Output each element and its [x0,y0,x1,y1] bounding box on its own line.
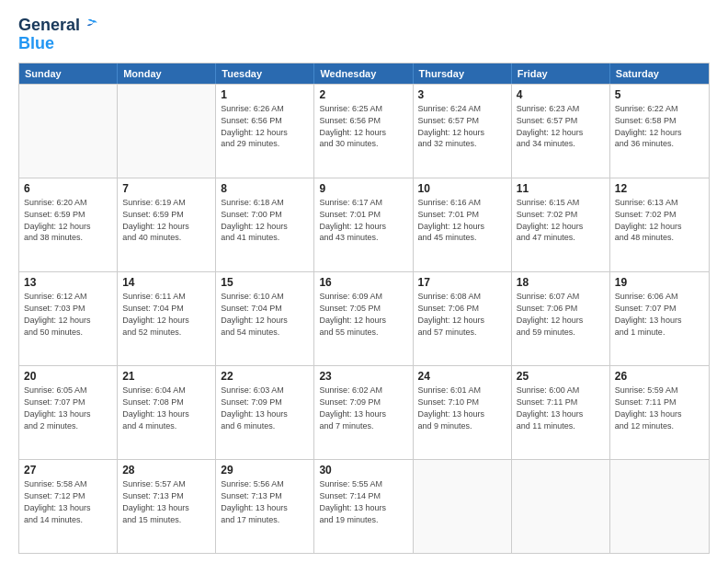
day-cell-10: 10Sunrise: 6:16 AM Sunset: 7:01 PM Dayli… [414,178,512,271]
day-header-tuesday: Tuesday [216,63,314,84]
day-number: 5 [615,87,704,102]
day-number: 13 [24,275,112,290]
day-number: 6 [24,181,112,196]
calendar-row-0: 1Sunrise: 6:26 AM Sunset: 6:56 PM Daylig… [19,84,709,178]
day-info: Sunrise: 6:20 AM Sunset: 6:59 PM Dayligh… [24,198,91,242]
day-info: Sunrise: 6:09 AM Sunset: 7:05 PM Dayligh… [319,292,386,336]
day-info: Sunrise: 6:06 AM Sunset: 7:07 PM Dayligh… [615,292,682,336]
day-number: 21 [122,369,210,384]
calendar-row-4: 27Sunrise: 5:58 AM Sunset: 7:12 PM Dayli… [19,459,709,553]
logo-text-blue: Blue [18,34,54,52]
day-info: Sunrise: 6:13 AM Sunset: 7:02 PM Dayligh… [615,198,682,242]
day-header-wednesday: Wednesday [314,63,413,84]
day-number: 17 [418,275,506,290]
day-cell-25: 25Sunrise: 6:00 AM Sunset: 7:11 PM Dayli… [512,366,610,459]
day-cell-29: 29Sunrise: 5:56 AM Sunset: 7:13 PM Dayli… [216,460,314,553]
day-number: 25 [517,369,605,384]
calendar: SundayMondayTuesdayWednesdayThursdayFrid… [18,63,710,554]
calendar-body: 1Sunrise: 6:26 AM Sunset: 6:56 PM Daylig… [19,84,709,553]
logo: General Blue [18,17,100,53]
day-cell-26: 26Sunrise: 5:59 AM Sunset: 7:11 PM Dayli… [610,366,709,459]
day-cell-8: 8Sunrise: 6:18 AM Sunset: 7:00 PM Daylig… [216,178,314,271]
day-info: Sunrise: 6:00 AM Sunset: 7:11 PM Dayligh… [517,385,584,430]
day-number: 8 [221,181,309,196]
day-info: Sunrise: 6:23 AM Sunset: 6:57 PM Dayligh… [517,104,584,148]
day-number: 20 [24,369,112,384]
day-cell-2: 2Sunrise: 6:25 AM Sunset: 6:56 PM Daylig… [314,85,413,178]
day-cell-27: 27Sunrise: 5:58 AM Sunset: 7:12 PM Dayli… [19,460,118,553]
day-info: Sunrise: 6:07 AM Sunset: 7:06 PM Dayligh… [517,292,584,336]
page: General Blue SundayMondayTuesdayWednesda… [0,0,728,563]
day-number: 16 [319,275,407,290]
empty-cell [610,460,709,553]
empty-cell [19,85,118,178]
day-number: 29 [221,463,309,477]
day-cell-9: 9Sunrise: 6:17 AM Sunset: 7:01 PM Daylig… [314,178,413,271]
day-info: Sunrise: 6:17 AM Sunset: 7:01 PM Dayligh… [319,198,386,242]
day-cell-1: 1Sunrise: 6:26 AM Sunset: 6:56 PM Daylig… [216,85,314,178]
calendar-row-3: 20Sunrise: 6:05 AM Sunset: 7:07 PM Dayli… [19,365,709,459]
day-info: Sunrise: 6:24 AM Sunset: 6:57 PM Dayligh… [418,104,485,148]
day-info: Sunrise: 6:25 AM Sunset: 6:56 PM Dayligh… [319,104,386,148]
day-info: Sunrise: 6:04 AM Sunset: 7:08 PM Dayligh… [122,385,189,430]
empty-cell [414,460,512,553]
day-info: Sunrise: 6:18 AM Sunset: 7:00 PM Dayligh… [221,198,288,242]
day-number: 7 [122,181,210,196]
day-header-saturday: Saturday [610,63,709,84]
day-number: 26 [615,369,704,384]
day-number: 2 [319,87,407,102]
day-cell-18: 18Sunrise: 6:07 AM Sunset: 7:06 PM Dayli… [512,272,610,365]
day-info: Sunrise: 6:15 AM Sunset: 7:02 PM Dayligh… [517,198,584,242]
day-cell-21: 21Sunrise: 6:04 AM Sunset: 7:08 PM Dayli… [118,366,216,459]
day-info: Sunrise: 6:02 AM Sunset: 7:09 PM Dayligh… [319,385,386,430]
day-number: 9 [319,181,407,196]
day-info: Sunrise: 5:59 AM Sunset: 7:11 PM Dayligh… [615,385,682,430]
day-cell-22: 22Sunrise: 6:03 AM Sunset: 7:09 PM Dayli… [216,366,314,459]
day-number: 14 [122,275,210,290]
day-number: 15 [221,275,309,290]
day-number: 22 [221,369,309,384]
day-info: Sunrise: 5:56 AM Sunset: 7:13 PM Dayligh… [221,479,288,523]
day-number: 1 [221,87,309,102]
logo-text-general: General [18,17,80,35]
day-cell-7: 7Sunrise: 6:19 AM Sunset: 6:59 PM Daylig… [118,178,216,271]
day-info: Sunrise: 6:03 AM Sunset: 7:09 PM Dayligh… [221,385,288,430]
day-info: Sunrise: 6:11 AM Sunset: 7:04 PM Dayligh… [122,292,189,336]
day-info: Sunrise: 6:16 AM Sunset: 7:01 PM Dayligh… [418,198,485,242]
day-cell-17: 17Sunrise: 6:08 AM Sunset: 7:06 PM Dayli… [414,272,512,365]
day-info: Sunrise: 6:12 AM Sunset: 7:03 PM Dayligh… [24,292,91,336]
empty-cell [512,460,610,553]
day-number: 24 [418,369,506,384]
day-cell-28: 28Sunrise: 5:57 AM Sunset: 7:13 PM Dayli… [118,460,216,553]
day-header-sunday: Sunday [19,63,118,84]
day-cell-3: 3Sunrise: 6:24 AM Sunset: 6:57 PM Daylig… [414,85,512,178]
day-info: Sunrise: 6:08 AM Sunset: 7:06 PM Dayligh… [418,292,485,336]
calendar-row-2: 13Sunrise: 6:12 AM Sunset: 7:03 PM Dayli… [19,271,709,365]
day-number: 4 [517,87,605,102]
day-cell-5: 5Sunrise: 6:22 AM Sunset: 6:58 PM Daylig… [610,85,709,178]
day-info: Sunrise: 6:26 AM Sunset: 6:56 PM Dayligh… [221,104,288,148]
day-number: 11 [517,181,605,196]
day-number: 28 [122,463,210,477]
empty-cell [118,85,216,178]
day-info: Sunrise: 5:57 AM Sunset: 7:13 PM Dayligh… [122,479,189,523]
calendar-header: SundayMondayTuesdayWednesdayThursdayFrid… [19,63,709,84]
header: General Blue [18,17,710,53]
day-cell-13: 13Sunrise: 6:12 AM Sunset: 7:03 PM Dayli… [19,272,118,365]
day-number: 18 [517,275,605,290]
day-info: Sunrise: 5:58 AM Sunset: 7:12 PM Dayligh… [24,479,91,523]
day-cell-14: 14Sunrise: 6:11 AM Sunset: 7:04 PM Dayli… [118,272,216,365]
day-header-thursday: Thursday [414,63,512,84]
day-number: 27 [24,463,112,477]
day-info: Sunrise: 6:22 AM Sunset: 6:58 PM Dayligh… [615,104,682,148]
day-header-friday: Friday [512,63,610,84]
day-cell-6: 6Sunrise: 6:20 AM Sunset: 6:59 PM Daylig… [19,178,118,271]
day-info: Sunrise: 6:05 AM Sunset: 7:07 PM Dayligh… [24,385,91,430]
day-number: 19 [615,275,704,290]
day-cell-12: 12Sunrise: 6:13 AM Sunset: 7:02 PM Dayli… [610,178,709,271]
day-cell-11: 11Sunrise: 6:15 AM Sunset: 7:02 PM Dayli… [512,178,610,271]
day-info: Sunrise: 6:10 AM Sunset: 7:04 PM Dayligh… [221,292,288,336]
day-header-monday: Monday [118,63,216,84]
logo-bird-icon [82,17,100,35]
day-cell-24: 24Sunrise: 6:01 AM Sunset: 7:10 PM Dayli… [414,366,512,459]
